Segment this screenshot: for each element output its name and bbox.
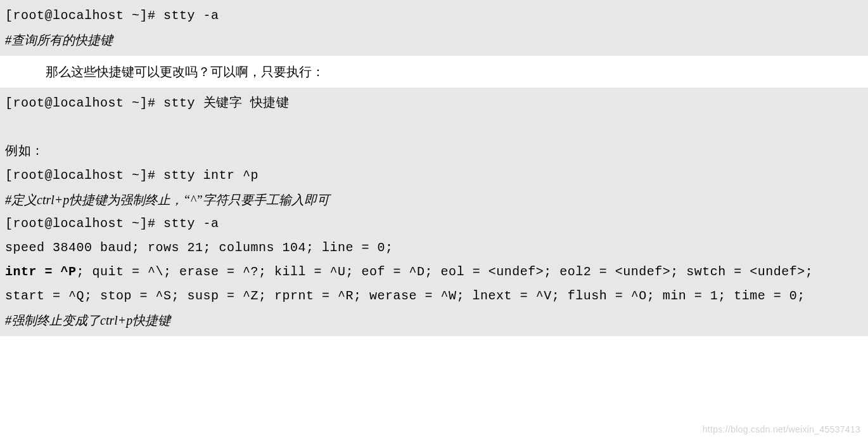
code-comment: #强制终止变成了ctrl+p快捷键 bbox=[5, 308, 863, 332]
terminal-output: speed 38400 baud; rows 21; columns 104; … bbox=[5, 236, 863, 260]
terminal-line: [root@localhost ~]# stty -a bbox=[5, 212, 863, 236]
terminal-line: [root@localhost ~]# stty 关键字 快捷键 bbox=[5, 91, 863, 115]
watermark-text: https://blog.csdn.net/weixin_45537413 bbox=[703, 421, 860, 438]
code-block-2: [root@localhost ~]# stty 关键字 快捷键 例如： [ro… bbox=[0, 88, 868, 336]
code-comment: #定义ctrl+p快捷键为强制终止，“^”字符只要手工输入即可 bbox=[5, 188, 863, 212]
narrative-text: 那么这些快捷键可以更改吗？可以啊，只要执行： bbox=[0, 56, 868, 88]
terminal-output: start = ^Q; stop = ^S; susp = ^Z; rprnt … bbox=[5, 284, 863, 308]
blank-line bbox=[5, 115, 863, 140]
code-block-1: [root@localhost ~]# stty -a #查询所有的快捷键 bbox=[0, 0, 868, 56]
terminal-line: [root@localhost ~]# stty intr ^p bbox=[5, 164, 863, 188]
terminal-line: [root@localhost ~]# stty -a bbox=[5, 4, 863, 28]
bold-segment: intr = ^P bbox=[5, 264, 77, 279]
output-segment: ; quit = ^\; erase = ^?; kill = ^U; eof … bbox=[77, 264, 814, 279]
terminal-output: intr = ^P; quit = ^\; erase = ^?; kill =… bbox=[5, 260, 863, 284]
example-label: 例如： bbox=[5, 140, 863, 164]
code-comment: #查询所有的快捷键 bbox=[5, 28, 863, 52]
document-container: [root@localhost ~]# stty -a #查询所有的快捷键 那么… bbox=[0, 0, 868, 442]
